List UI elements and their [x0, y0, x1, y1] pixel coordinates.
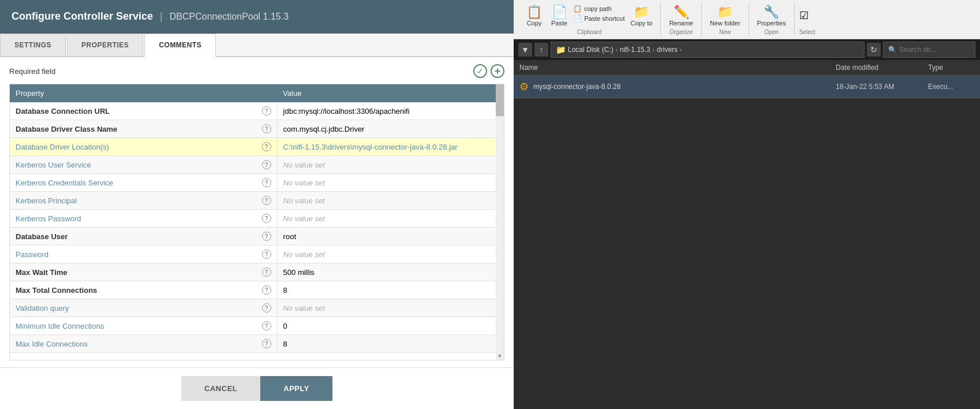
ribbon-organize-group: ✏️ Rename Organize [661, 2, 702, 36]
prop-label-11: Validation query [16, 304, 259, 313]
val-cell-5[interactable]: No value set [277, 192, 496, 210]
breadcrumb-root: Local Disk (C:) [568, 46, 614, 54]
val-cell-12[interactable]: 0 [277, 317, 496, 335]
open-group-label: Open [754, 29, 790, 35]
chevron-3: › [680, 47, 682, 53]
paste-button[interactable]: 📄 Paste [548, 3, 571, 28]
ribbon-new-icons: 📁 New folder [706, 3, 744, 28]
prop-cell-8: Password? [10, 246, 277, 263]
ribbon-small-buttons: 📋 copy path 📄 Paste shortcut [573, 3, 624, 23]
search-bar[interactable]: 🔍 [883, 42, 975, 58]
prop-cell-0: Database Connection URL? [10, 102, 277, 120]
prop-label-2: Database Driver Location(s) [16, 143, 259, 151]
help-icon-12[interactable]: ? [262, 321, 271, 330]
help-icon-2[interactable]: ? [262, 142, 271, 151]
col-value-header: Value [277, 84, 496, 102]
copy-icon: 📋 [526, 5, 542, 20]
explorer-panel: 📋 Copy 📄 Paste 📋 copy path 📄 Pa [514, 0, 980, 409]
file-type: Execu... [928, 83, 974, 91]
val-cell-1[interactable]: com.mysql.cj.jdbc.Driver [277, 120, 496, 138]
val-cell-4[interactable]: No value set [277, 174, 496, 192]
col-property-header: Property [10, 84, 277, 102]
help-icon-6[interactable]: ? [262, 214, 271, 223]
ribbon-open-group: 🔧 Properties Open [749, 2, 795, 36]
help-icon-1[interactable]: ? [262, 124, 271, 133]
prop-cell-7: Database User? [10, 228, 277, 245]
tab-properties[interactable]: PROPERTIES [67, 34, 143, 56]
file-icon: ⚙ [519, 80, 529, 93]
search-icon: 🔍 [888, 46, 897, 54]
val-cell-3[interactable]: No value set [277, 156, 496, 174]
breadcrumb-drivers: drivers [657, 46, 678, 54]
tab-bar: SETTINGS PROPERTIES COMMENTS [0, 34, 514, 57]
back-button[interactable]: ▼ [518, 43, 532, 57]
paste-shortcut-label: Paste shortcut [584, 15, 624, 22]
prop-label-7: Database User [16, 232, 259, 241]
paste-icon: 📄 [552, 5, 567, 20]
prop-label-5: Kerberos Principal [16, 196, 259, 205]
rename-button[interactable]: ✏️ Rename [665, 3, 697, 28]
prop-cell-9: Max Wait Time? [10, 263, 277, 281]
select-group-label: Select [799, 29, 816, 35]
help-icon-4[interactable]: ? [262, 178, 271, 187]
file-date: 18-Jan-22 5:53 AM [836, 83, 928, 91]
col-type-header: Type [928, 64, 974, 72]
val-cell-6[interactable]: No value set [277, 210, 496, 228]
copy-button[interactable]: 📋 Copy [523, 3, 545, 28]
val-cell-13[interactable]: 8 [277, 335, 496, 353]
help-icon-8[interactable]: ? [262, 250, 271, 259]
scrollbar-thumb[interactable] [496, 84, 504, 116]
help-icon-5[interactable]: ? [262, 196, 271, 205]
ribbon-open-icons: 🔧 Properties [754, 3, 790, 28]
val-cell-0[interactable]: jdbc:mysql://localhost:3306/apachenifi [277, 102, 496, 120]
val-cell-8[interactable]: No value set [277, 246, 496, 263]
val-cell-2[interactable]: C:\nifi-1.15.3\drivers\mysql-connector-j… [277, 138, 496, 156]
address-bar: ▼ ↑ 📁 Local Disk (C:) › nifi-1.15.3 › dr… [514, 39, 980, 60]
help-icon-7[interactable]: ? [262, 232, 271, 241]
scroll-down-arrow[interactable]: ▼ [496, 352, 504, 360]
copy-to-button[interactable]: 📁 Copy to [627, 3, 656, 28]
paste-shortcut-button[interactable]: 📄 Paste shortcut [573, 14, 624, 23]
prop-label-9: Max Wait Time [16, 268, 259, 277]
help-icon-11[interactable]: ? [262, 303, 271, 313]
copy-path-button[interactable]: 📋 copy path [573, 5, 624, 13]
prop-label-10: Max Total Connections [16, 286, 259, 295]
help-icon-3[interactable]: ? [262, 160, 271, 169]
help-icon-13[interactable]: ? [262, 339, 271, 348]
verify-icon[interactable]: ✓ [473, 64, 487, 78]
val-cell-7[interactable]: root [277, 228, 496, 246]
help-icon-0[interactable]: ? [262, 106, 271, 116]
copy-path-icon: 📋 [573, 5, 582, 13]
prop-cell-6: Kerberos Password? [10, 210, 277, 227]
val-cell-11[interactable]: No value set [277, 299, 496, 317]
val-cell-9[interactable]: 500 millis [277, 263, 496, 281]
list-item[interactable]: ⚙ mysql-connector-java-8.0.28 18-Jan-22 … [514, 76, 980, 98]
properties-button[interactable]: 🔧 Properties [754, 3, 790, 28]
new-folder-icon: 📁 [717, 5, 733, 20]
prop-cell-2: Database Driver Location(s)? [10, 138, 277, 155]
cancel-button[interactable]: CANCEL [181, 376, 260, 401]
breadcrumb[interactable]: 📁 Local Disk (C:) › nifi-1.15.3 › driver… [551, 42, 865, 58]
properties-label: Properties [757, 20, 786, 27]
new-folder-button[interactable]: 📁 New folder [706, 3, 744, 28]
prop-label-0: Database Connection URL [16, 107, 259, 116]
apply-button[interactable]: APPLY [260, 376, 332, 401]
tab-comments[interactable]: COMMENTS [144, 34, 216, 57]
ribbon-clipboard-icons: 📋 Copy 📄 Paste 📋 copy path 📄 Pa [523, 3, 656, 28]
help-icon-10[interactable]: ? [262, 285, 271, 295]
up-button[interactable]: ↑ [534, 43, 548, 57]
prop-cell-4: Kerberos Credentials Service? [10, 174, 277, 191]
prop-label-8: Password [16, 250, 259, 259]
val-cell-10[interactable]: 8 [277, 281, 496, 299]
refresh-button[interactable]: ↻ [867, 43, 881, 57]
help-icon-9[interactable]: ? [262, 267, 271, 277]
search-input[interactable] [899, 46, 980, 54]
col-date-header: Date modified [836, 64, 928, 72]
tab-settings[interactable]: SETTINGS [0, 34, 66, 56]
add-property-button[interactable]: + [491, 64, 504, 78]
new-group-label: New [706, 29, 744, 35]
scrollbar[interactable]: ▼ [496, 84, 504, 360]
rename-icon: ✏️ [674, 5, 689, 20]
prop-label-3: Kerberos User Service [16, 161, 259, 169]
ribbon-select-icons: ☑ [799, 3, 816, 28]
